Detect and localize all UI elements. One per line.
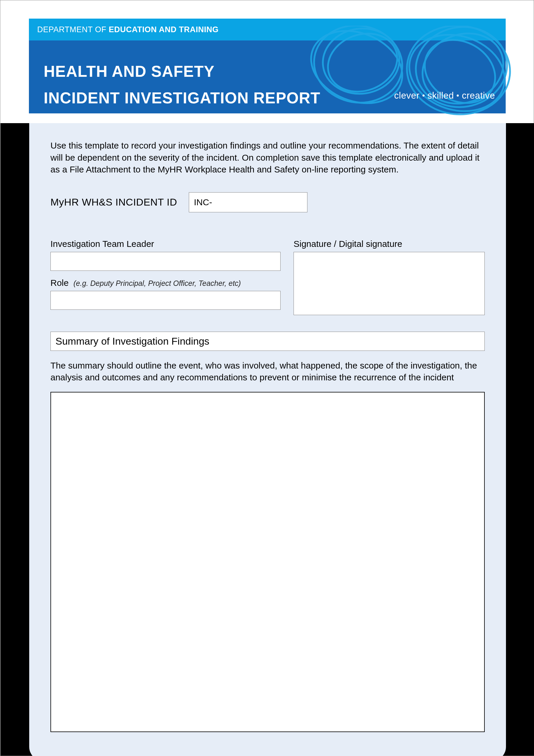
bullet-icon bbox=[457, 94, 459, 96]
signature-column: Signature / Digital signature bbox=[293, 239, 485, 315]
tag-skilled: skilled bbox=[427, 90, 454, 101]
title-line-2: INCIDENT INVESTIGATION REPORT bbox=[44, 89, 320, 107]
intro-text: Use this template to record your investi… bbox=[50, 140, 485, 176]
title-line-1: HEALTH AND SAFETY bbox=[44, 63, 215, 80]
role-label-row: Role (e.g. Deputy Principal, Project Off… bbox=[50, 278, 281, 288]
bullet-icon bbox=[422, 94, 424, 96]
department-prefix: DEPARTMENT OF bbox=[37, 25, 109, 34]
banner-title: HEALTH AND SAFETY INCIDENT INVESTIGATION… bbox=[44, 58, 320, 111]
leader-signature-row: Investigation Team Leader Role (e.g. Dep… bbox=[50, 239, 485, 315]
header-banner: DEPARTMENT OF EDUCATION AND TRAINING bbox=[29, 19, 506, 113]
banner-main: HEALTH AND SAFETY INCIDENT INVESTIGATION… bbox=[29, 40, 506, 113]
leader-input[interactable] bbox=[50, 252, 281, 271]
swirl-art-icon bbox=[287, 26, 515, 129]
incident-id-row: MyHR WH&S INCIDENT ID bbox=[50, 192, 485, 212]
summary-heading: Summary of Investigation Findings bbox=[50, 332, 485, 351]
black-frame: Use this template to record your investi… bbox=[0, 123, 534, 756]
tag-creative: creative bbox=[462, 90, 495, 101]
role-hint: (e.g. Deputy Principal, Project Officer,… bbox=[71, 279, 241, 287]
summary-textarea[interactable] bbox=[50, 392, 485, 732]
signature-box[interactable] bbox=[293, 252, 485, 315]
role-label: Role bbox=[50, 278, 69, 288]
department-strip: DEPARTMENT OF EDUCATION AND TRAINING bbox=[29, 19, 506, 40]
content-panel: Use this template to record your investi… bbox=[29, 123, 506, 756]
leader-label: Investigation Team Leader bbox=[50, 239, 281, 249]
incident-id-input[interactable] bbox=[189, 192, 307, 212]
tag-clever: clever bbox=[394, 90, 420, 101]
role-input[interactable] bbox=[50, 291, 281, 310]
svg-point-8 bbox=[413, 27, 507, 116]
incident-id-label: MyHR WH&S INCIDENT ID bbox=[50, 196, 177, 208]
svg-point-6 bbox=[399, 26, 515, 123]
leader-column: Investigation Team Leader Role (e.g. Dep… bbox=[50, 239, 281, 315]
department-name: DEPARTMENT OF EDUCATION AND TRAINING bbox=[37, 25, 218, 34]
department-bold: EDUCATION AND TRAINING bbox=[109, 25, 218, 34]
signature-label: Signature / Digital signature bbox=[293, 239, 485, 249]
page: DEPARTMENT OF EDUCATION AND TRAINING bbox=[0, 0, 534, 756]
summary-helper: The summary should outline the event, wh… bbox=[50, 360, 485, 384]
banner-tagline: cleverskilledcreative bbox=[394, 90, 495, 101]
